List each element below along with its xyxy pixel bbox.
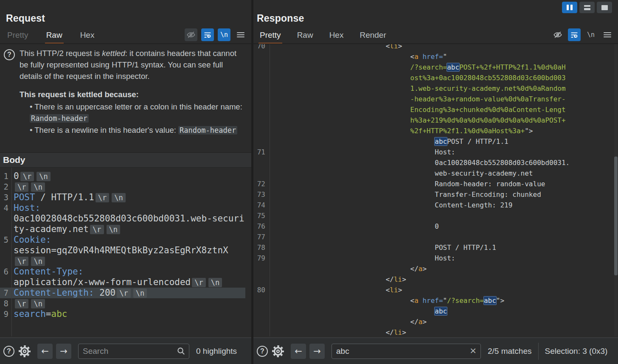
- code-row: 74 Content-Length: 219: [253, 200, 612, 210]
- line-number: [253, 263, 270, 274]
- line-number: [253, 83, 270, 94]
- code-row: web-security-academy.net: [253, 168, 612, 179]
- settings-gear-icon[interactable]: [18, 344, 31, 358]
- line-number: [253, 115, 270, 126]
- line-number: 4: [0, 203, 11, 213]
- line-number: [253, 274, 270, 285]
- request-tab-hex[interactable]: Hex: [79, 31, 96, 44]
- layout-single-button[interactable]: [597, 2, 612, 13]
- line-number: [0, 245, 11, 256]
- layout-columns-button[interactable]: [562, 2, 577, 13]
- line-number: 79: [253, 253, 270, 263]
- response-tabbar: PrettyRawHexRender: [258, 31, 388, 44]
- code-row: 8\r\n: [0, 298, 245, 309]
- clear-search-icon[interactable]: ×: [469, 345, 477, 356]
- scrollbar-thumb[interactable]: [614, 157, 618, 275]
- line-number: 5: [0, 235, 11, 245]
- newline-toggle-icon[interactable]: \n: [218, 28, 230, 41]
- code-row: session=gqZ0vR4h4RMEQtBkByz2asEgRrX8ztnX: [0, 245, 245, 256]
- line-number: 77: [253, 232, 270, 242]
- burp-repeater-window: { "icons": { "help_glyph": "?", "newline…: [0, 0, 618, 364]
- line-number: 7: [0, 288, 11, 298]
- line-number: [253, 73, 270, 83]
- request-tab-raw[interactable]: Raw: [45, 31, 64, 44]
- gutter-separator: [270, 44, 270, 336]
- kettled-reasons-list: There is an uppercase letter or a colon …: [20, 101, 246, 136]
- help-icon[interactable]: ?: [257, 346, 268, 357]
- code-row: <a href=": [253, 51, 612, 62]
- line-number: 1: [0, 171, 11, 182]
- previous-match-button[interactable]: ←: [291, 344, 306, 359]
- line-number: 70: [253, 44, 270, 51]
- code-row: </a>: [253, 263, 612, 274]
- code-row: 0ac10028048cb552808d03c600bd0031.web-sec…: [0, 213, 245, 224]
- code-row: 79 Host:: [253, 253, 612, 263]
- hide-nonprintable-icon[interactable]: [185, 28, 197, 41]
- request-body-editor[interactable]: 10\r\n2\r\n3POST / HTTP/1.1\r\n4Host:0ac…: [0, 168, 251, 336]
- code-row: 5Cookie:: [0, 235, 245, 245]
- line-number: [0, 256, 11, 266]
- code-row: 0ac10028048cb552808d03c600bd0031.: [253, 157, 612, 168]
- previous-match-button[interactable]: ←: [37, 344, 53, 359]
- request-tab-pretty[interactable]: Pretty: [6, 31, 30, 44]
- code-row: 4Host:: [0, 203, 245, 213]
- code-row: 78 POST / HTTP/1.1: [253, 242, 612, 253]
- line-number: [253, 306, 270, 316]
- code-row: 6Content-Type:: [0, 266, 245, 277]
- line-number: 80: [253, 285, 270, 295]
- search-input[interactable]: [78, 344, 189, 359]
- line-number: [253, 104, 270, 115]
- response-tab-hex[interactable]: Hex: [328, 31, 345, 44]
- code-row: </li>: [253, 274, 612, 285]
- kettled-because-title: This request is kettled because:: [20, 89, 246, 100]
- code-row: Encoding%3a+chunked%0d%0aContent-Lengt: [253, 104, 612, 115]
- response-tab-render[interactable]: Render: [358, 31, 387, 44]
- line-number: 72: [253, 179, 270, 189]
- line-number: [253, 62, 270, 73]
- line-number: 6: [0, 266, 11, 277]
- code-row: 2\r\n: [0, 182, 245, 192]
- matches-count: 2/5 matches: [488, 347, 532, 356]
- response-tab-raw[interactable]: Raw: [296, 31, 315, 44]
- request-panel: Request PrettyRawHex \n ?: [0, 0, 251, 337]
- editor-menu-icon[interactable]: [234, 28, 247, 41]
- code-row: ost%3a+0ac10028048cb552808d03c600bd003: [253, 73, 612, 83]
- search-input[interactable]: [331, 344, 481, 359]
- next-match-button[interactable]: →: [56, 344, 71, 359]
- code-row: application/x-www-form-urlencoded\r\n: [0, 277, 245, 288]
- newline-toggle-icon[interactable]: \n: [584, 28, 597, 41]
- selection-info: Selection: 3 (0x3): [545, 347, 608, 356]
- settings-gear-icon[interactable]: [271, 344, 285, 358]
- response-panel: Response PrettyRawHexRender \n: [253, 0, 618, 337]
- line-number: [253, 126, 270, 136]
- line-number: 71: [253, 147, 270, 157]
- hide-nonprintable-icon[interactable]: [551, 28, 564, 41]
- response-body-editor[interactable]: 70 <li> <a href=" /?search=abcPOST+%2f+H…: [253, 44, 612, 336]
- code-row: 73 Transfer-Encoding: chunked: [253, 189, 612, 200]
- help-icon[interactable]: ?: [4, 49, 15, 60]
- next-match-button[interactable]: →: [309, 344, 325, 359]
- request-tabbar: PrettyRawHex: [6, 31, 96, 44]
- code-row: </a>: [253, 316, 612, 327]
- body-section-title: Body: [0, 153, 251, 167]
- response-search-bar: ? ← → × 2/5 matches Selection: 3 (0x3): [253, 337, 618, 364]
- code-row: /?search=abcPOST+%2f+HTTP%2f1.1%0d%0aH: [253, 62, 612, 73]
- kettled-reason: There is a newline in this header's valu…: [30, 124, 246, 136]
- word-wrap-icon[interactable]: [568, 28, 581, 41]
- kettled-notice: ? This HTTP/2 request is kettled: it con…: [0, 44, 251, 152]
- line-number: [253, 136, 270, 147]
- layout-rows-button[interactable]: [579, 2, 595, 13]
- response-toolbar: \n: [551, 28, 614, 41]
- word-wrap-icon[interactable]: [201, 28, 214, 41]
- code-row: 70 <li>: [253, 44, 612, 51]
- code-row: 9search=abc: [0, 309, 245, 319]
- body-section-header: Body: [0, 152, 251, 168]
- response-tab-pretty[interactable]: Pretty: [258, 31, 282, 44]
- request-toolbar: \n: [185, 28, 247, 41]
- help-icon[interactable]: ?: [3, 346, 14, 357]
- response-scrollbar[interactable]: [614, 44, 618, 336]
- editor-menu-icon[interactable]: [601, 28, 614, 41]
- code-row: 71 Host:: [253, 147, 612, 157]
- kettled-reason: There is an uppercase letter or a colon …: [30, 101, 246, 124]
- code-row: %2f+HTTP%2f1.1%0d%0aHost%3a+">: [253, 126, 612, 136]
